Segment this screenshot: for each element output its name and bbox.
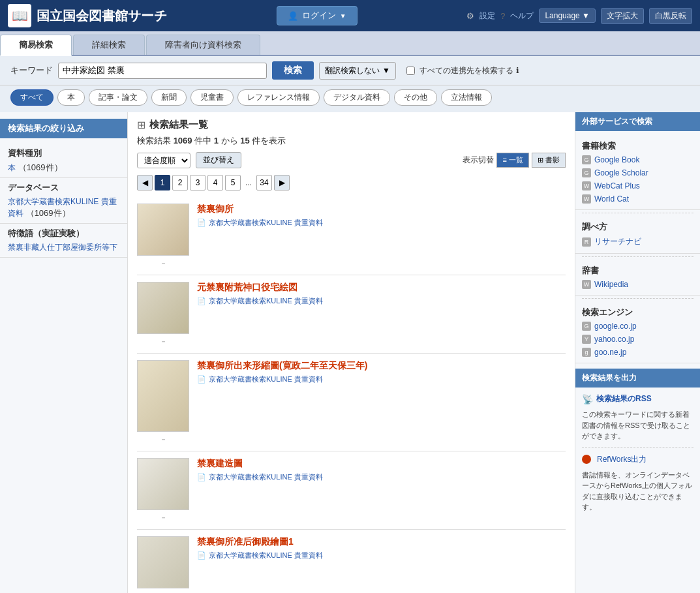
thumb-area-2: － bbox=[137, 282, 189, 346]
help-link[interactable]: ヘルプ bbox=[510, 10, 534, 22]
howto-section: 調べ方 R リサーチナビ bbox=[575, 216, 700, 254]
worldcat-link-item: W World Cat bbox=[575, 192, 700, 205]
source-link-2[interactable]: 京都大学蔵書検索KULINE 貴重資料 bbox=[209, 296, 323, 306]
pagination: ◀ 1 2 3 4 5 ... 34 ▶ bbox=[137, 175, 566, 190]
result-item: － 禁裏御所 📄 京都大学蔵書検索KULINE 貴重資料 bbox=[137, 197, 566, 275]
result-thumbnail-2 bbox=[137, 282, 189, 334]
search-input[interactable] bbox=[58, 63, 267, 79]
tab-detail-search[interactable]: 詳細検索 bbox=[73, 35, 145, 55]
result-source-5: 📄 京都大学蔵書検索KULINE 貴重資料 bbox=[197, 551, 566, 560]
result-title-3[interactable]: 禁裏御所出来形縮圖(寛政二年至天保三年) bbox=[197, 360, 566, 372]
external-search-title: 外部サービスで検索 bbox=[575, 112, 700, 131]
category-other[interactable]: その他 bbox=[394, 89, 437, 106]
category-digital[interactable]: デジタル資料 bbox=[324, 89, 390, 106]
view-book-button[interactable]: ⊞ 書影 bbox=[532, 153, 566, 168]
divider-3 bbox=[582, 298, 693, 299]
right-sidebar: 外部サービスで検索 書籍検索 G Google Book G Google Sc… bbox=[575, 112, 700, 593]
language-button[interactable]: Language ▼ bbox=[539, 8, 596, 23]
dict-subtitle: 辞書 bbox=[575, 262, 700, 278]
goo-engine-icon: g bbox=[582, 348, 591, 357]
research-navi-link[interactable]: リサーチナビ bbox=[594, 236, 641, 247]
tab-simple-search[interactable]: 簡易検索 bbox=[0, 35, 72, 56]
yahoo-engine-link[interactable]: yahoo.co.jp bbox=[594, 335, 634, 344]
google-book-link[interactable]: Google Book bbox=[594, 155, 639, 164]
results-area: ⊞ 検索結果一覧 検索結果 1069 件中 1 から 15 件を表示 適合度順 … bbox=[128, 112, 575, 593]
result-title-5[interactable]: 禁裏御所准后御殿繪圖1 bbox=[197, 536, 566, 548]
research-navi-link-item: R リサーチナビ bbox=[575, 234, 700, 249]
page-2-button[interactable]: 2 bbox=[172, 175, 188, 190]
next-page-button[interactable]: ▶ bbox=[274, 175, 290, 190]
output-title: 検索結果を出力 bbox=[575, 369, 700, 388]
settings-link[interactable]: 設定 bbox=[479, 10, 495, 22]
wikipedia-link[interactable]: Wikipedia bbox=[594, 280, 628, 289]
source-link-5[interactable]: 京都大学蔵書検索KULINE 貴重資料 bbox=[209, 551, 323, 560]
page-5-button[interactable]: 5 bbox=[225, 175, 241, 190]
rss-icon: 📡 bbox=[582, 394, 593, 404]
view-list-button[interactable]: ≡ 一覧 bbox=[496, 153, 528, 168]
divider-1 bbox=[582, 213, 693, 213]
result-item: － 禁裏御所出来形縮圖(寛政二年至天保三年) 📄 京都大学蔵書検索KULINE … bbox=[137, 354, 566, 451]
divider-4 bbox=[582, 447, 693, 448]
result-thumbnail-1 bbox=[137, 204, 189, 256]
result-total: 1069 bbox=[174, 136, 192, 145]
result-source-4: 📄 京都大学蔵書検索KULINE 貴重資料 bbox=[197, 472, 566, 482]
category-all[interactable]: すべて bbox=[10, 89, 53, 106]
google-engine-link[interactable]: google.co.jp bbox=[594, 322, 637, 331]
result-title-2[interactable]: 元禁裏附荒神口役宅絵図 bbox=[197, 282, 566, 294]
research-navi-icon: R bbox=[582, 237, 591, 247]
result-source-1: 📄 京都大学蔵書検索KULINE 貴重資料 bbox=[197, 218, 566, 228]
result-from: 1 bbox=[214, 136, 219, 145]
page-1-button[interactable]: 1 bbox=[155, 175, 170, 190]
category-book[interactable]: 本 bbox=[57, 89, 85, 106]
google-scholar-link[interactable]: Google Scholar bbox=[594, 168, 648, 177]
category-article[interactable]: 記事・論文 bbox=[89, 89, 147, 106]
sort-select[interactable]: 適合度順 新しい順 古い順 bbox=[137, 153, 190, 168]
source-link-4[interactable]: 京都大学蔵書検索KULINE 貴重資料 bbox=[209, 472, 323, 482]
font-size-button[interactable]: 文字拡大 bbox=[601, 8, 644, 24]
feature-link[interactable]: 禁裏非藏人仕丁部屋御委所等下 bbox=[8, 243, 117, 252]
database-section: データベース 京都大学蔵書検索KULINE 貴重資料 （1069件） bbox=[0, 178, 127, 224]
header-center: 👤 ログイン ▼ bbox=[167, 6, 466, 25]
source-link-1[interactable]: 京都大学蔵書検索KULINE 貴重資料 bbox=[209, 218, 323, 228]
webcat-icon: W bbox=[582, 181, 591, 190]
google-book-icon: G bbox=[582, 155, 591, 164]
category-bar: すべて 本 記事・論文 新聞 児童書 レファレンス情報 デジタル資料 その他 立… bbox=[0, 85, 700, 112]
worldcat-link[interactable]: World Cat bbox=[594, 194, 629, 204]
translate-button[interactable]: 翻訳検索しない ▼ bbox=[319, 62, 396, 80]
webcat-link[interactable]: WebCat Plus bbox=[594, 181, 640, 190]
source-link-3[interactable]: 京都大学蔵書検索KULINE 貴重資料 bbox=[209, 374, 323, 384]
bw-toggle-button[interactable]: 白黒反転 bbox=[649, 8, 692, 24]
category-reference[interactable]: レファレンス情報 bbox=[237, 89, 320, 106]
refworks-link[interactable]: RefWorks出力 bbox=[597, 454, 647, 465]
result-content-5: 禁裏御所准后御殿繪圖1 📄 京都大学蔵書検索KULINE 貴重資料 bbox=[197, 536, 566, 560]
results-header: ⊞ 検索結果一覧 bbox=[137, 119, 566, 131]
category-legislation[interactable]: 立法情報 bbox=[441, 89, 492, 106]
page-4-button[interactable]: 4 bbox=[207, 175, 223, 190]
thumb-area-5: － bbox=[137, 536, 189, 593]
all-search-checkbox[interactable] bbox=[406, 67, 415, 75]
sort-button[interactable]: 並び替え bbox=[196, 152, 241, 168]
result-title-4[interactable]: 禁裏建造圖 bbox=[197, 458, 566, 470]
goo-engine-link[interactable]: goo.ne.jp bbox=[594, 348, 626, 357]
result-title-1[interactable]: 禁裏御所 bbox=[197, 204, 566, 215]
person-icon: 👤 bbox=[288, 11, 298, 21]
dropdown-icon: ▼ bbox=[382, 66, 390, 75]
category-child[interactable]: 児童書 bbox=[190, 89, 234, 106]
rss-link[interactable]: 検索結果のRSS bbox=[596, 393, 652, 404]
page-34-button[interactable]: 34 bbox=[256, 175, 272, 190]
prev-page-button[interactable]: ◀ bbox=[137, 175, 153, 190]
result-content-3: 禁裏御所出来形縮圖(寛政二年至天保三年) 📄 京都大学蔵書検索KULINE 貴重… bbox=[197, 360, 566, 384]
category-news[interactable]: 新聞 bbox=[151, 89, 187, 106]
thumb-area-4: － bbox=[137, 458, 189, 523]
keyword-label: キーワード bbox=[10, 65, 53, 76]
tab-handicap-search[interactable]: 障害者向け資料検索 bbox=[146, 35, 260, 55]
search-button[interactable]: 検索 bbox=[272, 61, 314, 80]
logo-icon: 📖 bbox=[8, 4, 31, 27]
result-item: － 禁裏御所准后御殿繪圖1 📄 京都大学蔵書検索KULINE 貴重資料 bbox=[137, 530, 566, 593]
source-doc-icon-4: 📄 bbox=[197, 473, 206, 481]
login-button[interactable]: 👤 ログイン ▼ bbox=[277, 6, 358, 25]
material-type-link[interactable]: 本 bbox=[8, 163, 16, 172]
source-doc-icon-5: 📄 bbox=[197, 551, 206, 560]
results-info: 検索結果 1069 件中 1 から 15 件を表示 bbox=[137, 135, 566, 147]
page-3-button[interactable]: 3 bbox=[190, 175, 205, 190]
